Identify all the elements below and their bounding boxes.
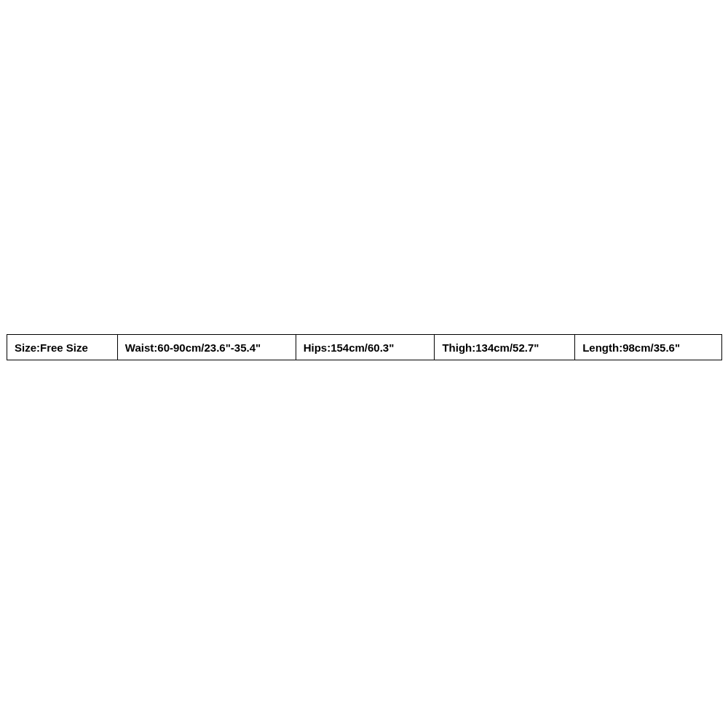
cell-length: Length:98cm/35.6": [575, 335, 722, 360]
cell-size: Size:Free Size: [7, 335, 118, 360]
size-chart-table: Size:Free Size Waist:60-90cm/23.6"-35.4"…: [7, 334, 722, 360]
cell-hips: Hips:154cm/60.3": [296, 335, 435, 360]
cell-thigh: Thigh:134cm/52.7": [435, 335, 575, 360]
table-row: Size:Free Size Waist:60-90cm/23.6"-35.4"…: [7, 335, 722, 360]
cell-waist: Waist:60-90cm/23.6"-35.4": [117, 335, 296, 360]
